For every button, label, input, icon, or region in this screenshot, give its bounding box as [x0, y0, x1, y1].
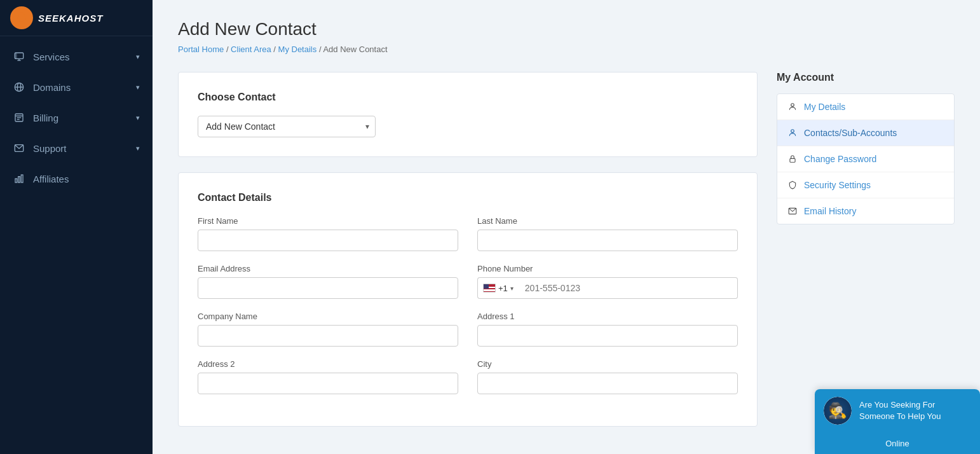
email-group: Email Address	[198, 264, 458, 299]
svg-rect-14	[18, 177, 20, 182]
email-history-label: Email History	[804, 206, 856, 216]
contacts-label: Contacts/Sub-Accounts	[804, 128, 897, 138]
phone-input[interactable]	[519, 277, 738, 299]
last-name-group: Last Name	[477, 216, 738, 251]
chat-header: 🕵 Are You Seeking For Someone To Help Yo…	[815, 389, 980, 432]
account-menu-email-history[interactable]: Email History	[777, 198, 954, 224]
sidebar-item-affiliates[interactable]: Affiliates	[0, 163, 153, 194]
chat-avatar-inner: 🕵	[824, 397, 852, 425]
us-flag-icon	[483, 284, 496, 292]
company-label: Company Name	[198, 312, 458, 321]
svg-rect-13	[15, 179, 17, 182]
city-label: City	[477, 359, 738, 369]
sidebar-item-billing-label: Billing	[33, 113, 136, 123]
city-group: City	[477, 359, 738, 394]
account-sidebar: My Account My Details Contacts/Sub-Accou…	[777, 72, 955, 435]
domains-icon	[13, 81, 25, 93]
first-name-group: First Name	[198, 216, 458, 251]
chat-widget[interactable]: 🕵 Are You Seeking For Someone To Help Yo…	[815, 389, 980, 454]
support-arrow-icon: ▾	[136, 144, 140, 153]
company-group: Company Name	[198, 312, 458, 347]
address2-city-row: Address 2 City	[198, 359, 738, 394]
contact-dropdown-wrapper: Add New Contact	[198, 116, 376, 137]
sidebar-item-domains-label: Domains	[33, 82, 136, 93]
contact-details-title: Contact Details	[198, 192, 738, 203]
account-sidebar-title: My Account	[777, 72, 955, 83]
breadcrumb-sep-2: /	[273, 45, 278, 54]
address1-label: Address 1	[477, 312, 738, 321]
svg-point-16	[791, 104, 794, 107]
breadcrumb-client-area[interactable]: Client Area	[231, 45, 271, 54]
page-title: Add New Contact	[178, 19, 955, 39]
breadcrumb-my-details[interactable]: My Details	[278, 45, 317, 54]
choose-contact-title: Choose Contact	[198, 92, 738, 103]
shield-icon	[787, 180, 798, 190]
phone-group: Phone Number +1 ▾	[477, 264, 738, 299]
sidebar-item-support-label: Support	[33, 143, 136, 154]
contact-dropdown[interactable]: Add New Contact	[198, 116, 376, 137]
sidebar-item-services-label: Services	[33, 52, 136, 62]
phone-country-selector[interactable]: +1 ▾	[477, 277, 519, 299]
address2-label: Address 2	[198, 359, 458, 369]
contact-details-section: Contact Details First Name Last Name Ema…	[178, 172, 758, 427]
first-name-input[interactable]	[198, 230, 458, 251]
choose-contact-section: Choose Contact Add New Contact	[178, 72, 758, 157]
address2-input[interactable]	[198, 373, 458, 394]
company-address-row: Company Name Address 1	[198, 312, 738, 347]
sidebar-nav: Services ▾ Domains ▾ Billing ▾ Support ▾	[0, 36, 153, 454]
content-body: Choose Contact Add New Contact Contact D…	[178, 72, 955, 435]
domains-arrow-icon: ▾	[136, 83, 140, 92]
person-icon	[787, 102, 798, 112]
affiliates-icon	[13, 172, 25, 185]
phone-label: Phone Number	[477, 264, 738, 273]
sidebar-item-billing[interactable]: Billing ▾	[0, 102, 153, 133]
main-content: Add New Contact Portal Home / Client Are…	[153, 0, 980, 454]
phone-arrow-icon: ▾	[510, 285, 514, 292]
sidebar-item-domains[interactable]: Domains ▾	[0, 72, 153, 102]
account-menu-change-password[interactable]: Change Password	[777, 146, 954, 172]
breadcrumb: Portal Home / Client Area / My Details /…	[178, 45, 955, 54]
chat-footer: Online	[815, 432, 980, 454]
address1-group: Address 1	[477, 312, 738, 347]
envelope-icon	[787, 206, 798, 216]
account-menu-my-details[interactable]: My Details	[777, 94, 954, 120]
company-input[interactable]	[198, 325, 458, 347]
sidebar-item-affiliates-label: Affiliates	[33, 174, 140, 184]
svg-rect-18	[790, 158, 795, 162]
breadcrumb-current: Add New Contact	[323, 45, 387, 54]
change-password-label: Change Password	[804, 154, 876, 164]
last-name-label: Last Name	[477, 216, 738, 226]
lock-icon	[787, 154, 798, 164]
sidebar-item-services[interactable]: Services ▾	[0, 41, 153, 72]
svg-rect-15	[21, 175, 23, 182]
sidebar-item-support[interactable]: Support ▾	[0, 133, 153, 163]
logo: SEEKAHOST	[0, 0, 153, 36]
address2-group: Address 2	[198, 359, 458, 394]
services-icon	[13, 50, 25, 63]
account-menu-security-settings[interactable]: Security Settings	[777, 172, 954, 198]
chat-message-text: Are You Seeking For Someone To Help You	[859, 399, 971, 422]
last-name-input[interactable]	[477, 230, 738, 251]
email-phone-row: Email Address Phone Number +1 ▾	[198, 264, 738, 299]
account-menu: My Details Contacts/Sub-Accounts Change …	[777, 93, 955, 224]
email-input[interactable]	[198, 277, 458, 299]
address1-input[interactable]	[477, 325, 738, 347]
city-input[interactable]	[477, 373, 738, 394]
sidebar: SEEKAHOST Services ▾ Domains ▾ Billing ▾	[0, 0, 153, 454]
contacts-icon	[787, 128, 798, 138]
email-label: Email Address	[198, 264, 458, 273]
breadcrumb-portal-home[interactable]: Portal Home	[178, 45, 224, 54]
form-area: Choose Contact Add New Contact Contact D…	[178, 72, 758, 435]
phone-code: +1	[498, 284, 508, 293]
chat-online-status: Online	[885, 439, 909, 448]
billing-arrow-icon: ▾	[136, 114, 140, 122]
logo-text: SEEKAHOST	[38, 13, 103, 24]
account-menu-contacts[interactable]: Contacts/Sub-Accounts	[777, 120, 954, 146]
phone-wrapper: +1 ▾	[477, 277, 738, 299]
svg-rect-2	[15, 53, 17, 58]
flag-blue-rect	[484, 284, 489, 289]
security-settings-label: Security Settings	[804, 180, 871, 190]
first-name-label: First Name	[198, 216, 458, 226]
logo-icon	[10, 6, 33, 29]
my-details-label: My Details	[804, 102, 845, 112]
